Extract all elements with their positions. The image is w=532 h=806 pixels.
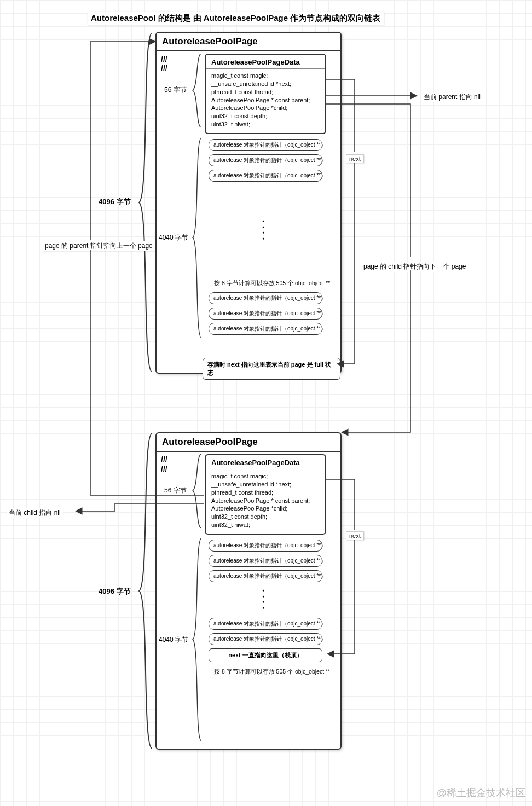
- ptr-box: autorelease 对象指针的指针（objc_object **）: [209, 292, 322, 304]
- page-2: AutoreleasePoolPage ////// AutoreleasePo…: [155, 432, 342, 750]
- f4: AutoreleasePoolPage * const parent;: [211, 96, 320, 105]
- dots-2: ●●●●: [262, 588, 264, 611]
- page-1-header: AutoreleasePoolPage: [157, 33, 340, 51]
- ptr-box: autorelease 对象指针的指针（objc_object **）: [209, 308, 322, 320]
- ptr-box: autorelease 对象指针的指针（objc_object **）: [209, 540, 322, 552]
- label-4096-2: 4096 字节: [99, 587, 131, 596]
- slashes-1: //////: [161, 55, 167, 73]
- ptr-box: autorelease 对象指针的指针（objc_object **）: [209, 170, 322, 182]
- ptr-box: autorelease 对象指针的指针（objc_object **）: [209, 618, 322, 630]
- label-4040-1: 4040 字节: [159, 233, 188, 242]
- full-note: 存满时 next 指向这里表示当前 page 是 full 状态: [203, 358, 340, 380]
- capacity-note-1: 按 8 字节计算可以存放 505 个 objc_object **: [214, 280, 330, 287]
- f7: uint32_t hiwat;: [211, 120, 320, 129]
- watermark: @稀土掘金技术社区: [437, 786, 525, 799]
- f5: AutoreleasePoolPage *child;: [211, 104, 320, 112]
- page-1-data-box: AutoreleasePoolPageData magic_t const ma…: [205, 54, 326, 134]
- data-header-2: AutoreleasePoolPageData: [211, 459, 320, 467]
- slashes-2: //////: [161, 455, 167, 474]
- label-parent-nil: 当前 parent 指向 nil: [421, 92, 483, 102]
- label-56-2: 56 字节: [164, 486, 187, 495]
- page-2-header: AutoreleasePoolPage: [157, 433, 340, 452]
- next-badge-1: next: [346, 154, 364, 163]
- ptr-box: autorelease 对象指针的指针（objc_object **）: [209, 323, 322, 335]
- label-parent-prev: page 的 parent 指针指向上一个 page: [43, 241, 155, 251]
- capacity-note-2: 按 8 字节计算可以存放 505 个 objc_object **: [214, 668, 330, 676]
- page-1: AutoreleasePoolPage ////// AutoreleasePo…: [155, 32, 342, 374]
- f2: __unsafe_unretained id *next;: [211, 80, 320, 88]
- label-child-nil: 当前 child 指向 nil: [7, 508, 63, 518]
- ptr-box: autorelease 对象指针的指针（objc_object **）: [209, 154, 322, 166]
- ptr-box: autorelease 对象指针的指针（objc_object **）: [209, 139, 322, 151]
- ptr-box: autorelease 对象指针的指针（objc_object **）: [209, 570, 322, 582]
- ptr-box: autorelease 对象指针的指针（objc_object **）: [209, 633, 322, 645]
- label-56-1: 56 字节: [164, 85, 187, 95]
- dots-1: ●●●●: [262, 218, 264, 241]
- f3: pthread_t const thread;: [211, 88, 320, 96]
- next-top-note: next 一直指向这里（栈顶）: [209, 648, 322, 662]
- f1: magic_t const magic;: [211, 72, 320, 80]
- f6: uint32_t const depth;: [211, 112, 320, 120]
- ptr-box: autorelease 对象指针的指针（objc_object **）: [209, 555, 322, 567]
- label-4040-2: 4040 字节: [159, 635, 188, 645]
- next-badge-2: next: [346, 531, 364, 540]
- label-4096-1: 4096 字节: [99, 197, 131, 207]
- data-header-1: AutoreleasePoolPageData: [211, 58, 320, 66]
- diagram-title: AutoreleasePool 的结构是 由 AutoreleasePoolPa…: [88, 12, 384, 25]
- label-child-next: page 的 child 指针指向下一个 page: [361, 262, 468, 272]
- page-2-data-box: AutoreleasePoolPageData magic_t const ma…: [205, 454, 326, 535]
